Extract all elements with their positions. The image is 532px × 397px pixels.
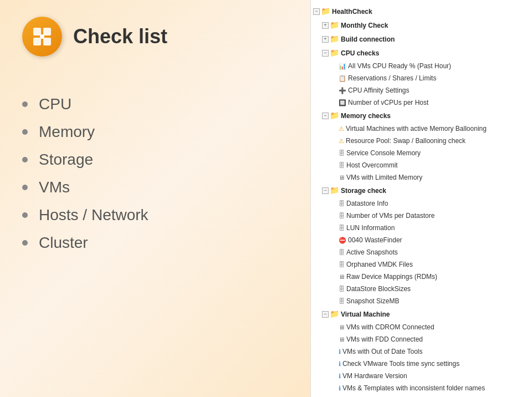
tree-item: ℹVM Hardware Version: [311, 370, 532, 382]
tree-item: 🖥VMs with CDROM Connected: [311, 321, 532, 333]
svg-point-4: [40, 34, 44, 39]
tree-label: LUN Information: [346, 223, 395, 233]
list-item-vms: VMs: [22, 179, 288, 196]
tree-item[interactable]: −📁CPU checks: [311, 46, 532, 60]
svg-rect-2: [33, 38, 41, 45]
list-item-cluster: Cluster: [22, 234, 288, 252]
tree-label: Orphaned VMDK Files: [346, 259, 413, 269]
tree-item: 🖥VMs with FDD Connected: [311, 333, 532, 345]
tree-label: CPU checks: [341, 48, 379, 58]
left-panel: Check list CPU Memory Storage VMs Hosts …: [0, 0, 310, 397]
tree-label: Service Console Memory: [346, 148, 421, 158]
tree-label: VMs & Templates with inconsistent folder…: [342, 383, 485, 393]
tree-item: ⛔0040 WasteFinder: [311, 234, 532, 246]
tree-label: HealthCheck: [332, 7, 372, 17]
tree-item: ➕CPU Affinity Settings: [311, 84, 532, 96]
tree-item[interactable]: −📁HealthCheck: [311, 4, 532, 18]
tree-item[interactable]: +📁Build connection: [311, 32, 532, 46]
tree-item: ⚠Resource Pool: Swap / Ballooning check: [311, 135, 532, 147]
svg-rect-1: [43, 28, 51, 35]
tree-item: ℹVMs & Templates with inconsistent folde…: [311, 382, 532, 394]
tree-item: 🖥VMs with Limited Memory: [311, 171, 532, 184]
list-item-memory: Memory: [22, 123, 288, 141]
tree-item: 📋Reservations / Shares / Limits: [311, 72, 532, 84]
svg-rect-0: [33, 28, 41, 35]
right-panel: −📁HealthCheck+📁Monthly Check+📁Build conn…: [310, 0, 532, 397]
bullet-cpu: [22, 101, 28, 107]
tree-label: Host Overcommit: [346, 160, 398, 170]
tree-item: 🗄Active Snapshots: [311, 246, 532, 258]
tree-item: 📊All VMs CPU Ready % (Past Hour): [311, 60, 532, 72]
tree-label: VMs with Out of Date Tools: [342, 347, 423, 357]
tree-item[interactable]: +📁Hosts: [311, 394, 532, 397]
tree-item: 🗄Number of VMs per Datastore: [311, 210, 532, 222]
tree-item: ℹVMs with Out of Date Tools: [311, 345, 532, 358]
tree-item: 🖥Raw Device Mappings (RDMs): [311, 271, 532, 283]
tree-label: Virtual Machine: [341, 309, 390, 319]
tree-label: Storage check: [341, 186, 386, 196]
checklist: CPU Memory Storage VMs Hosts / Network C…: [22, 95, 288, 262]
list-label-cpu: CPU: [39, 95, 71, 113]
list-item-cpu: CPU: [22, 95, 288, 113]
tree-label: Snapshot SizeMB: [346, 296, 399, 306]
page-title: Check list: [73, 25, 167, 48]
tree-label: Build connection: [341, 34, 395, 44]
tree-label: Virtual Machines with active Memory Ball…: [346, 124, 487, 134]
list-item-hosts: Hosts / Network: [22, 206, 288, 224]
tree-label: VMs with Limited Memory: [346, 172, 422, 182]
list-label-vms: VMs: [39, 179, 70, 196]
tree-label: Reservations / Shares / Limits: [348, 73, 436, 83]
bullet-vms: [22, 185, 28, 190]
tree-label: All VMs CPU Ready % (Past Hour): [348, 61, 451, 71]
bullet-cluster: [22, 240, 28, 246]
tree-item: 🗄DataStore BlockSizes: [311, 283, 532, 295]
tree-label: 0040 WasteFinder: [348, 235, 402, 245]
tree-label: Memory checks: [341, 111, 391, 121]
tree-item: 🗄Datastore Info: [311, 197, 532, 210]
tree-label: VM Hardware Version: [342, 371, 407, 381]
tree-label: Check VMware Tools time sync settings: [342, 359, 459, 369]
tree-item[interactable]: +📁Monthly Check: [311, 18, 532, 32]
tree-label: Monthly Check: [341, 21, 388, 30]
tree-item: 🗄LUN Information: [311, 222, 532, 234]
bullet-memory: [22, 129, 28, 135]
tree-label: CPU Affinity Settings: [348, 85, 410, 95]
tree-item: 🗄Host Overcommit: [311, 159, 532, 171]
tree-label: Resource Pool: Swap / Ballooning check: [346, 136, 466, 146]
tree-item: ℹCheck VMware Tools time sync settings: [311, 358, 532, 370]
tree-item[interactable]: −📁Storage check: [311, 184, 532, 197]
tree-item[interactable]: −📁Memory checks: [311, 109, 532, 123]
tree-label: Number of VMs per Datastore: [346, 211, 434, 221]
header-row: Check list: [22, 17, 288, 57]
list-label-hosts: Hosts / Network: [39, 206, 149, 224]
bullet-storage: [22, 157, 28, 162]
tree-label: DataStore BlockSizes: [346, 284, 411, 294]
tree-label: VMs with FDD Connected: [346, 334, 423, 344]
tree-label: Raw Device Mappings (RDMs): [346, 272, 437, 282]
tree-label: Number of vCPUs per Host: [348, 98, 428, 108]
bullet-hosts: [22, 212, 28, 218]
tree-label: Active Snapshots: [346, 247, 398, 257]
tree-label: Datastore Info: [346, 198, 388, 208]
tree-label: VMs with CDROM Connected: [346, 322, 434, 332]
tree-item: 🔲Number of vCPUs per Host: [311, 96, 532, 109]
tree-item: 🗄Service Console Memory: [311, 147, 532, 159]
list-label-cluster: Cluster: [39, 234, 88, 252]
list-label-storage: Storage: [39, 151, 93, 169]
logo-circle: [22, 17, 62, 57]
list-item-storage: Storage: [22, 151, 288, 169]
list-label-memory: Memory: [39, 123, 95, 141]
tree-item: 🗄Snapshot SizeMB: [311, 295, 532, 307]
tree-item: 🗄Orphaned VMDK Files: [311, 258, 532, 271]
tree-item: ⚠Virtual Machines with active Memory Bal…: [311, 123, 532, 135]
tree-item[interactable]: −📁Virtual Machine: [311, 307, 532, 321]
svg-rect-3: [43, 38, 51, 45]
